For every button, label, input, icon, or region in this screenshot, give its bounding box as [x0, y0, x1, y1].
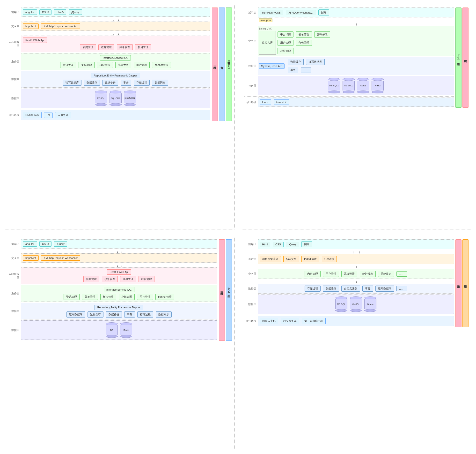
layer-label-tr5: 运行环境	[244, 98, 258, 107]
box-mybatis: Mybatis, redis API	[259, 63, 285, 69]
box-town: 小镇大图	[115, 62, 131, 68]
box-pwd: 密码修改	[314, 31, 330, 38]
box-htmldivcss: Html+DIV+CSS	[260, 10, 283, 15]
box-tomcat7: tomcat 7	[274, 99, 289, 105]
layer-label-bl4: 业务层	[7, 285, 21, 302]
box-info: 资讯管理	[60, 62, 76, 68]
db-other: 其他数据库	[124, 91, 136, 106]
box-block-bl: 板块管理	[100, 294, 116, 300]
layer-web-bl: Restful Web Api 新闻管理 政务管理 菜单管理 栏目管理	[21, 267, 217, 284]
box-imgmgr: 图片管理	[134, 62, 150, 68]
box-dns: DNS服务器	[23, 112, 42, 118]
box-tx-br: 事务	[362, 286, 373, 292]
db-mysql-br: My SQL	[350, 296, 362, 312]
db-redis2: redis2	[372, 78, 384, 93]
box-tx-tr: 事务	[288, 67, 298, 73]
layer-label-tr3: 数据层	[244, 57, 258, 75]
box-cache-bl: 数据缓存	[88, 311, 103, 318]
layer-web-1: Restful Web Api 新闻管理 政务管理 菜单管理 栏目管理	[21, 36, 210, 52]
box-interface-ioc: Interface,Service IOC	[100, 55, 131, 61]
layer-label-bl3: web服务层	[7, 267, 21, 284]
box-banner-bl: banner管理	[155, 294, 174, 300]
box-login-mgr: 登录管理	[296, 31, 312, 38]
layer-data-bl: Repository,Entity Framework Dapper 读写数据库…	[21, 303, 217, 319]
box-repo-ef: Repository,Entity Framework Dapper	[91, 73, 140, 78]
ajax-label: ajax, json	[259, 18, 272, 22]
db-oracle-br: Oracle	[364, 296, 376, 312]
box-column-bl: 栏目管理	[139, 276, 154, 282]
layer-db-1: MSSQL SQL ORA 其他数据库	[21, 89, 210, 108]
layer-label-1: 前端UI	[7, 8, 21, 17]
box-css-br: CSS	[273, 242, 284, 247]
layer-label-6: 数据库	[7, 89, 21, 108]
layer-biz-br: 内容管理 用户管理 系统设置 统计报表 系统日志 ……	[258, 269, 454, 279]
box-backup-bl: 数据备份	[106, 311, 122, 318]
box-perm: 权限管理	[278, 48, 293, 54]
right-bars-1: 统一权限管理 运行监控 日志管理 log4net	[212, 8, 232, 121]
layer-display-bl: angular CSS3 jQuery	[21, 239, 217, 249]
box-sproc-br: 存储过程	[305, 286, 321, 292]
layer-label-tr4: 持久层	[244, 76, 258, 95]
box-menu2-bl: 菜单管理	[82, 294, 98, 300]
db-sqls: SQL ORA	[110, 91, 122, 106]
box-block: 板块管理	[97, 62, 113, 68]
bar-auth-1: 统一权限管理	[212, 8, 218, 121]
db-redis1: redis1	[357, 78, 369, 93]
layer-label-5: 数据层	[7, 71, 21, 88]
box-dashboard: 监控大屏	[259, 31, 276, 55]
box-html5: Html5	[54, 9, 66, 15]
box-imgmgr-bl: 图片管理	[137, 294, 153, 300]
box-xmlhttp: XMLhttpRequest, websocket	[41, 23, 80, 29]
box-cloud: 云服务器	[55, 112, 71, 118]
box-tx-bl: 事务	[124, 311, 135, 318]
diagram-top-left: 前端UI angular CSS3 Html5 jQuery ↓ ↓ 交互层	[5, 5, 234, 229]
layer-display-tr: Html+DIV+CSS JS+jQuery+echarts... 图片	[258, 8, 454, 17]
box-menu2: 菜单管理	[79, 62, 95, 68]
layer-label-br6: 运行环境	[244, 316, 258, 326]
box-town-bl: 小镇大图	[119, 294, 135, 300]
box-httpclient: httpclient	[23, 23, 39, 29]
box-thirdvps: 第三方虚拟主机	[302, 318, 326, 324]
layer-runtime-br: 阿里云主机 独立服务器 第三方虚拟主机	[258, 316, 454, 326]
box-alicloud: 阿里云主机	[260, 318, 278, 324]
layer-display-1: angular CSS3 Html5 jQuery	[21, 8, 210, 17]
box-sproc-bl: 存储过程	[137, 311, 153, 318]
layer-label-tr1: 展示层	[244, 8, 258, 17]
box-jquery: jQuery	[69, 9, 82, 15]
box-sync: 数据同步	[152, 80, 168, 86]
box-user-mgr: 用户管理	[278, 40, 293, 46]
db-bl2: Redis	[120, 322, 132, 338]
box-post: POST请求	[301, 256, 319, 262]
layer-label-br4: 数据层	[244, 284, 258, 294]
box-more-br: ……	[396, 271, 407, 277]
box-ajax-br: Ajax交互	[283, 256, 299, 262]
layer-biz-1: Interface,Service IOC 资讯管理 菜单管理 板块管理 小镇大…	[21, 53, 210, 70]
box-content: 内容管理	[305, 271, 321, 277]
box-cache-br: 数据缓存	[323, 286, 339, 292]
box-role: 角色管理	[296, 40, 312, 46]
layer-data-br: 存储过程 数据缓存 自定义函数 事务 读写数据库 ……	[258, 284, 454, 294]
box-menu: 菜单管理	[117, 44, 133, 50]
spring-mvc-label: Spring MVC	[259, 27, 453, 30]
layer-label-bl6: 数据库	[7, 320, 21, 340]
right-bars-br: 权限控制 口令监测	[455, 239, 469, 327]
box-httpclient-bl: httpclient	[23, 255, 39, 261]
box-info-bl: 资讯管理	[64, 294, 80, 300]
box-jquery-br: jQuery	[286, 242, 299, 247]
box-img-br: 图片	[301, 241, 312, 247]
diagram-bottom-left: 前端UI angular CSS3 jQuery ↓ ↓ 交互层	[5, 237, 234, 449]
bar-auth-br: 权限控制	[455, 239, 461, 327]
box-platform: 平台详情	[278, 31, 293, 38]
box-ioc-bl: Interface,Service IOC	[104, 287, 134, 292]
layer-runtime-tr: Linux tomcat 7	[258, 98, 454, 107]
box-angular-bl: angular	[23, 241, 37, 247]
bar-token-br: 口令监测	[462, 239, 469, 327]
box-restful-bl: Restful Web Api	[107, 269, 131, 275]
box-banner: banner管理	[152, 62, 171, 68]
box-linux: Linux	[260, 99, 271, 105]
box-func: 自定义函数	[341, 286, 360, 292]
layer-label-br5: 数据库	[244, 295, 258, 314]
layer-label-br3: 业务层	[244, 269, 258, 279]
box-readwrite: 读写数据库	[63, 80, 81, 86]
box-img: 图片	[318, 9, 329, 15]
